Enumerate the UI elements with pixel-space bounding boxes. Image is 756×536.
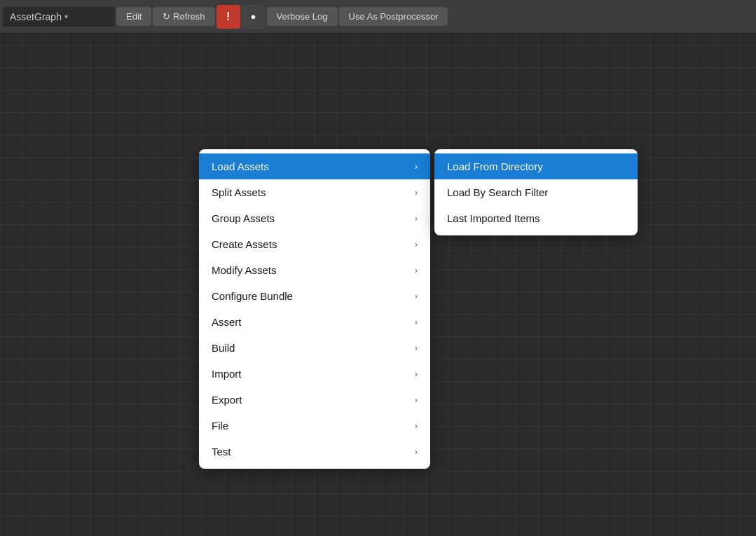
submenu-item-last-imported-items[interactable]: Last Imported Items [434, 205, 638, 231]
menu-item-label: Load Assets [212, 160, 269, 172]
chevron-right-icon: › [415, 291, 418, 301]
chevron-right-icon: › [415, 394, 418, 405]
menu-item-group-assets[interactable]: Group Assets › [199, 205, 430, 231]
menu-item-split-assets[interactable]: Split Assets › [199, 179, 430, 205]
menu-item-label: Build [212, 342, 235, 354]
app-name-label: AssetGraph [10, 11, 62, 22]
submenu-item-label: Load By Search Filter [447, 186, 548, 198]
menu-item-label: Create Assets [212, 238, 277, 250]
submenu-item-label: Load From Directory [447, 160, 543, 172]
menu-item-configure-bundle[interactable]: Configure Bundle › [199, 283, 430, 309]
chevron-right-icon: › [415, 317, 418, 327]
main-content: Load Assets › Split Assets › Group Asset… [0, 34, 756, 536]
chevron-right-icon: › [415, 446, 418, 457]
menu-item-create-assets[interactable]: Create Assets › [199, 231, 430, 257]
menu-item-label: Assert [212, 316, 242, 328]
chevron-right-icon: › [415, 161, 418, 172]
chevron-right-icon: › [415, 343, 418, 353]
submenu-item-label: Last Imported Items [447, 212, 540, 224]
menu-item-export[interactable]: Export › [199, 387, 430, 413]
submenu-item-load-by-search-filter[interactable]: Load By Search Filter [434, 179, 638, 205]
app-name-dropdown[interactable]: AssetGraph ▾ [3, 7, 115, 27]
chevron-right-icon: › [415, 213, 418, 224]
menu-item-import[interactable]: Import › [199, 361, 430, 387]
menu-item-file[interactable]: File › [199, 413, 430, 439]
menu-item-load-assets[interactable]: Load Assets › [199, 153, 430, 179]
verbose-log-button[interactable]: Verbose Log [267, 7, 338, 26]
alert-icon-button[interactable]: ! [217, 5, 240, 29]
menu-item-assert[interactable]: Assert › [199, 309, 430, 335]
app-name-chevron: ▾ [64, 13, 68, 20]
menu-item-modify-assets[interactable]: Modify Assets › [199, 257, 430, 283]
submenu-item-load-from-directory[interactable]: Load From Directory [434, 153, 638, 179]
menu-item-test[interactable]: Test › [199, 439, 430, 465]
menu-item-label: Split Assets [212, 186, 266, 198]
menu-item-build[interactable]: Build › [199, 335, 430, 361]
use-as-postprocessor-button[interactable]: Use As Postprocessor [339, 7, 448, 26]
menu-item-label: Modify Assets [212, 264, 277, 276]
menu-item-label: Test [212, 446, 231, 458]
chevron-right-icon: › [415, 369, 418, 379]
chevron-right-icon: › [415, 420, 418, 431]
menu-item-label: Import [212, 368, 242, 380]
menu-item-label: Group Assets [212, 212, 275, 224]
circle-icon-button[interactable]: ● [242, 5, 266, 29]
menu-item-label: Configure Bundle [212, 290, 293, 302]
edit-button[interactable]: Edit [116, 7, 151, 26]
menu-item-label: Export [212, 394, 242, 406]
chevron-right-icon: › [415, 239, 418, 249]
chevron-right-icon: › [415, 265, 418, 275]
chevron-right-icon: › [415, 187, 418, 198]
menu-item-label: File [212, 420, 228, 432]
toolbar: AssetGraph ▾ Edit ↻ Refresh ! ● Verbose … [0, 0, 756, 34]
refresh-button[interactable]: ↻ Refresh [153, 7, 214, 26]
context-menu: Load Assets › Split Assets › Group Asset… [199, 149, 430, 469]
submenu: Load From DirectoryLoad By Search Filter… [434, 149, 638, 235]
